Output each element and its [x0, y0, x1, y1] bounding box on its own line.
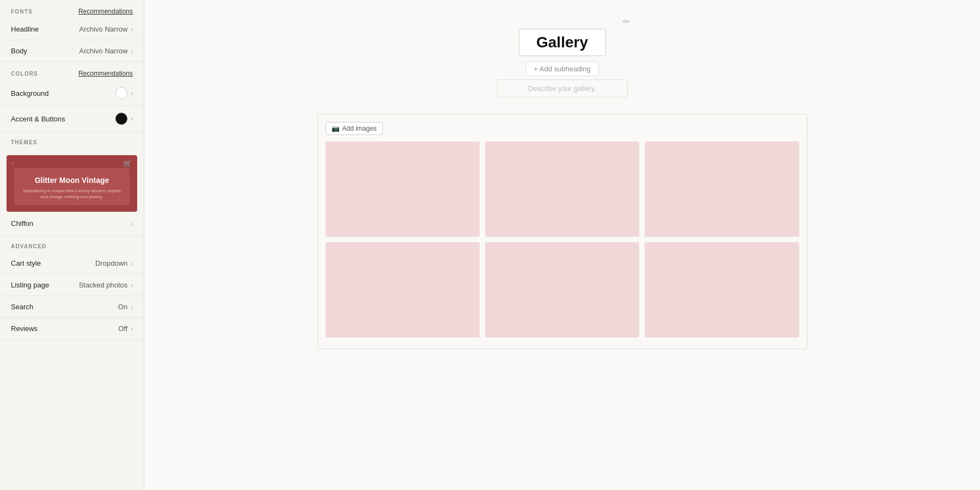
search-value: On	[118, 303, 127, 311]
accent-buttons-chevron-icon: ›	[131, 115, 133, 122]
gallery-cell-3	[645, 142, 799, 237]
search-value-group: On ›	[118, 303, 133, 311]
chiffon-row[interactable]: Chiffon ›	[0, 212, 144, 236]
theme-card-title: Glitter Moon Vintage	[20, 176, 124, 185]
chiffon-label: Chiffon	[11, 219, 33, 228]
themes-label: THEMES	[11, 139, 38, 145]
chiffon-chevron-icon: ›	[131, 220, 133, 227]
accent-buttons-label: Accent & Buttons	[11, 115, 65, 123]
body-label: Body	[11, 47, 27, 55]
theme-card-dot-icon: •	[12, 160, 14, 166]
body-value: Archivo Narrow	[79, 47, 127, 55]
accent-buttons-row[interactable]: Accent & Buttons ›	[0, 106, 144, 132]
theme-card-cart-icon: 🛒	[123, 160, 132, 168]
listing-page-chevron-icon: ›	[131, 282, 133, 289]
colors-label: COLORS	[11, 71, 38, 77]
background-chevron-icon: ›	[131, 90, 133, 96]
cart-style-value: Dropdown	[95, 259, 127, 267]
listing-page-row[interactable]: Listing page Stacked photos ›	[0, 274, 144, 296]
body-chevron-icon: ›	[131, 48, 133, 54]
search-label: Search	[11, 303, 33, 311]
gallery-header: ✏ Gallery + Add subheading Describe your…	[497, 16, 628, 97]
camera-icon: 📷	[332, 125, 340, 132]
headline-row[interactable]: Headline Archivo Narrow ›	[0, 19, 144, 40]
cart-style-chevron-icon: ›	[131, 260, 133, 267]
fonts-section-header: FONTS Recommendations	[0, 0, 144, 19]
cart-style-label: Cart style	[11, 259, 41, 267]
headline-value-group: Archivo Narrow ›	[79, 25, 133, 33]
cart-style-value-group: Dropdown ›	[95, 259, 133, 267]
listing-page-value: Stacked photos	[79, 281, 128, 289]
headline-label: Headline	[11, 25, 39, 33]
gallery-cell-6	[645, 242, 799, 338]
search-chevron-icon: ›	[131, 304, 133, 310]
gallery-area: 📷 Add images	[317, 114, 807, 349]
pencil-icon: ✏	[623, 16, 630, 27]
reviews-row[interactable]: Reviews Off ›	[0, 318, 144, 340]
colors-recommendations-link[interactable]: Recommendations	[78, 70, 133, 77]
headline-chevron-icon: ›	[131, 26, 133, 33]
headline-value: Archivo Narrow	[79, 25, 127, 33]
gallery-grid	[326, 142, 799, 338]
gallery-describe-placeholder[interactable]: Describe your gallery.	[497, 79, 628, 97]
background-value-group: ›	[115, 87, 133, 99]
gallery-cell-1	[326, 142, 480, 237]
add-subheading-label: + Add subheading	[534, 65, 590, 73]
gallery-cell-2	[485, 142, 639, 237]
theme-card-inner: Glitter Moon Vintage Specializing in uni…	[14, 168, 130, 205]
advanced-section-header: ADVANCED	[0, 236, 144, 253]
fonts-recommendations-link[interactable]: Recommendations	[78, 8, 133, 15]
reviews-value-group: Off ›	[118, 324, 133, 333]
gallery-cell-5	[485, 242, 639, 338]
accent-buttons-color-swatch	[115, 113, 127, 125]
listing-page-label: Listing page	[11, 281, 49, 289]
add-images-label: Add images	[342, 125, 377, 132]
gallery-title[interactable]: Gallery	[519, 29, 606, 56]
colors-section-header: COLORS Recommendations	[0, 62, 144, 81]
search-row[interactable]: Search On ›	[0, 296, 144, 318]
add-images-button[interactable]: 📷 Add images	[326, 122, 383, 135]
gallery-cell-4	[326, 242, 480, 338]
main-content: ✏ Gallery + Add subheading Describe your…	[144, 0, 980, 490]
sidebar: FONTS Recommendations Headline Archivo N…	[0, 0, 144, 490]
theme-card-subtitle: Specializing in unique Mid-Century Moder…	[20, 188, 124, 200]
background-label: Background	[11, 89, 48, 97]
background-color-swatch	[115, 87, 127, 99]
themes-section-header: THEMES	[0, 132, 144, 149]
add-subheading-button[interactable]: + Add subheading	[525, 62, 598, 76]
listing-page-value-group: Stacked photos ›	[79, 281, 133, 289]
advanced-label: ADVANCED	[11, 243, 47, 249]
accent-buttons-value-group: ›	[115, 113, 133, 125]
theme-preview-card[interactable]: • 🛒 Glitter Moon Vintage Specializing in…	[7, 155, 137, 212]
reviews-chevron-icon: ›	[131, 326, 133, 332]
reviews-label: Reviews	[11, 324, 38, 333]
background-row[interactable]: Background ›	[0, 81, 144, 106]
reviews-value: Off	[118, 324, 127, 333]
body-row[interactable]: Body Archivo Narrow ›	[0, 40, 144, 62]
cart-style-row[interactable]: Cart style Dropdown ›	[0, 253, 144, 274]
body-value-group: Archivo Narrow ›	[79, 47, 133, 55]
fonts-label: FONTS	[11, 9, 33, 15]
